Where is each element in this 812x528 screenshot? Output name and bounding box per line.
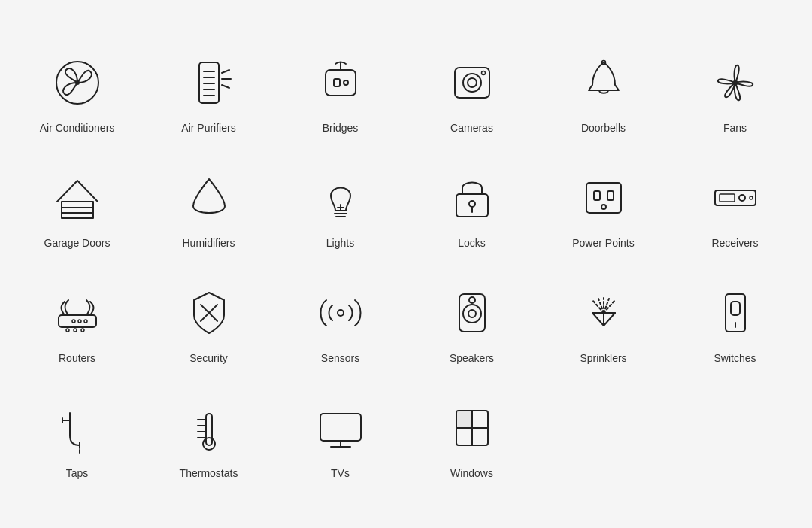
item-air-conditioners[interactable]: Air Conditioners — [15, 38, 139, 145]
svg-point-51 — [468, 310, 476, 317]
bridges-label: Bridges — [323, 122, 358, 134]
svg-rect-15 — [455, 68, 489, 98]
fans-label: Fans — [723, 122, 747, 134]
svg-point-13 — [344, 80, 348, 85]
garage-doors-label: Garage Doors — [44, 237, 111, 249]
garage-door-icon — [47, 168, 108, 228]
svg-point-29 — [469, 201, 475, 207]
svg-line-3 — [222, 70, 229, 73]
router-icon — [47, 283, 108, 343]
sprinkler-icon — [574, 283, 634, 343]
fan-icon — [705, 53, 765, 113]
security-label: Security — [189, 352, 228, 364]
item-tvs[interactable]: TVs — [278, 383, 402, 490]
thermostats-label: Thermostats — [180, 467, 238, 479]
item-thermostats[interactable]: Thermostats — [147, 383, 271, 490]
lights-label: Lights — [326, 237, 354, 249]
item-doorbells[interactable]: Doorbells — [541, 38, 665, 145]
svg-point-17 — [468, 78, 477, 87]
item-sprinklers[interactable]: Sprinklers — [541, 268, 665, 375]
svg-rect-61 — [731, 302, 740, 315]
svg-line-5 — [222, 85, 229, 88]
camera-icon — [442, 53, 502, 113]
svg-point-38 — [750, 196, 753, 199]
item-taps[interactable]: Taps — [15, 383, 139, 490]
svg-rect-39 — [59, 315, 96, 327]
security-icon — [179, 283, 239, 343]
item-switches[interactable]: Switches — [673, 268, 797, 375]
svg-point-41 — [74, 329, 77, 332]
item-power-points[interactable]: Power Points — [541, 153, 665, 260]
svg-point-1 — [75, 80, 80, 85]
svg-point-34 — [601, 205, 606, 209]
svg-point-50 — [463, 305, 481, 323]
thermostat-icon — [179, 398, 239, 458]
switch-icon — [705, 283, 765, 343]
item-locks[interactable]: Locks — [410, 153, 534, 260]
receiver-icon — [705, 168, 765, 228]
svg-line-58 — [604, 299, 609, 313]
taps-label: Taps — [66, 467, 89, 479]
tv-icon — [311, 398, 371, 458]
icon-grid: Air Conditioners Air Purifiers — [15, 38, 797, 490]
windows-label: Windows — [450, 467, 493, 479]
sprinklers-label: Sprinklers — [580, 352, 626, 364]
routers-label: Routers — [59, 352, 95, 364]
item-security[interactable]: Security — [147, 268, 271, 375]
item-garage-doors[interactable]: Garage Doors — [15, 153, 139, 260]
item-cameras[interactable]: Cameras — [410, 38, 534, 145]
item-lights[interactable]: Lights — [278, 153, 402, 260]
bridge-icon — [311, 53, 371, 113]
doorbells-label: Doorbells — [581, 122, 626, 134]
svg-point-37 — [739, 195, 745, 201]
item-sensors[interactable]: Sensors — [278, 268, 402, 375]
item-humidifiers[interactable]: Humidifiers — [147, 153, 271, 260]
svg-rect-74 — [320, 414, 361, 441]
item-receivers[interactable]: Receivers — [673, 153, 797, 260]
locks-label: Locks — [458, 237, 486, 249]
svg-point-44 — [78, 320, 81, 323]
humidifier-icon — [179, 168, 239, 228]
svg-point-16 — [463, 74, 481, 92]
tvs-label: TVs — [331, 467, 350, 479]
svg-point-42 — [81, 329, 84, 332]
item-routers[interactable]: Routers — [15, 268, 139, 375]
air-conditioners-label: Air Conditioners — [40, 122, 115, 134]
svg-rect-33 — [607, 191, 614, 200]
humidifiers-label: Humidifiers — [182, 237, 235, 249]
svg-rect-12 — [334, 79, 340, 86]
receivers-label: Receivers — [711, 237, 758, 249]
svg-rect-69 — [206, 414, 212, 445]
air-purifier-icon — [179, 53, 239, 113]
svg-rect-36 — [720, 194, 735, 202]
power-point-icon — [574, 168, 634, 228]
light-icon — [311, 168, 371, 228]
svg-point-68 — [203, 438, 215, 450]
svg-rect-21 — [62, 202, 93, 218]
sensors-label: Sensors — [321, 352, 359, 364]
svg-rect-80 — [457, 411, 471, 427]
window-icon — [442, 398, 502, 458]
speaker-icon — [442, 283, 502, 343]
svg-point-20 — [732, 80, 738, 86]
sensor-icon — [311, 283, 371, 343]
item-air-purifiers[interactable]: Air Purifiers — [147, 38, 271, 145]
svg-point-18 — [481, 71, 485, 75]
svg-rect-32 — [594, 191, 600, 200]
item-fans[interactable]: Fans — [673, 38, 797, 145]
doorbell-icon — [574, 53, 634, 113]
air-purifiers-label: Air Purifiers — [181, 122, 235, 134]
item-windows[interactable]: Windows — [410, 383, 534, 490]
item-bridges[interactable]: Bridges — [278, 38, 402, 145]
item-speakers[interactable]: Speakers — [410, 268, 534, 375]
speakers-label: Speakers — [450, 352, 494, 364]
svg-point-40 — [66, 329, 69, 332]
svg-point-43 — [72, 320, 75, 323]
switches-label: Switches — [714, 352, 756, 364]
svg-rect-28 — [456, 194, 488, 217]
svg-point-45 — [84, 320, 87, 323]
cameras-label: Cameras — [450, 122, 493, 134]
svg-point-52 — [469, 297, 475, 303]
power-points-label: Power Points — [572, 237, 634, 249]
air-conditioner-icon — [47, 53, 108, 113]
